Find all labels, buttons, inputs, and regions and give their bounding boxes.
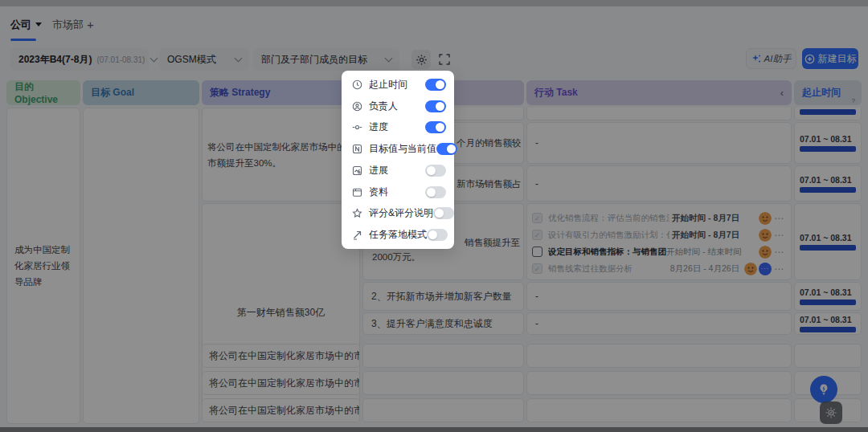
menu-item-material[interactable]: 资料 (342, 181, 454, 202)
progress-report-icon (351, 165, 362, 176)
progress-icon (351, 122, 362, 133)
menu-item-start-end-time[interactable]: 起止时间 (342, 74, 454, 95)
menu-item-progress-report[interactable]: 进展 (342, 160, 454, 181)
clock-icon (351, 79, 362, 90)
toggle-target-value[interactable] (436, 143, 457, 155)
display-settings-dropdown: 起止时间 负责人 进度 目标值与当前值 (342, 71, 454, 249)
menu-item-owner[interactable]: 负责人 (342, 96, 454, 116)
toggle-score[interactable] (433, 207, 454, 219)
menu-item-progress[interactable]: 进度 (342, 117, 454, 138)
toggle-material[interactable] (425, 186, 446, 198)
toggle-task-mode[interactable] (427, 229, 448, 241)
owner-icon (351, 100, 362, 112)
toggle-progress[interactable] (425, 121, 446, 133)
toggle-start-end-time[interactable] (425, 79, 446, 91)
score-icon (351, 208, 362, 219)
menu-item-task-mode[interactable]: 任务落地模式 (342, 225, 454, 246)
material-icon (351, 186, 362, 198)
menu-item-target-value[interactable]: 目标值与当前值 (342, 139, 454, 160)
task-mode-icon (351, 230, 362, 241)
target-value-icon (351, 144, 362, 155)
toggle-progress-report[interactable] (425, 165, 446, 177)
toggle-owner[interactable] (425, 100, 446, 112)
menu-item-score[interactable]: 评分&评分说明 (342, 203, 454, 224)
app-screen: 公司 市场部 + 2023年B4(7-8月) (07.01-08.31) OGS… (0, 0, 868, 432)
